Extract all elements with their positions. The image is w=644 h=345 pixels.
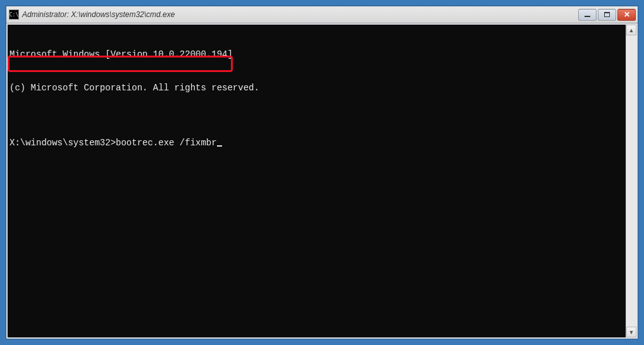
command-input[interactable]: bootrec.exe /fixmbr <box>116 138 217 148</box>
minimize-button[interactable] <box>578 9 597 21</box>
terminal-output[interactable]: Microsoft Windows [Version 10.0.22000.19… <box>8 25 626 337</box>
chevron-up-icon: ▲ <box>629 27 635 33</box>
window-controls: ✕ <box>578 9 636 21</box>
close-button[interactable]: ✕ <box>617 9 636 21</box>
prompt-text: X:\windows\system32> <box>9 138 116 148</box>
cmd-icon: C:\ <box>9 9 19 20</box>
client-area: Microsoft Windows [Version 10.0.22000.19… <box>6 23 638 339</box>
cursor <box>217 145 222 147</box>
vertical-scrollbar[interactable]: ▲ ▼ <box>626 25 636 337</box>
scrollbar-track[interactable] <box>626 35 636 327</box>
maximize-icon <box>604 12 610 17</box>
scroll-down-button[interactable]: ▼ <box>626 327 636 337</box>
window-title: Administrator: X:\windows\system32\cmd.e… <box>22 10 578 19</box>
close-icon: ✕ <box>624 11 630 18</box>
minimize-icon <box>585 16 590 17</box>
prompt-line[interactable]: X:\windows\system32>bootrec.exe /fixmbr <box>9 138 624 149</box>
version-line: Microsoft Windows [Version 10.0.22000.19… <box>9 49 624 61</box>
scroll-up-button[interactable]: ▲ <box>626 25 636 35</box>
copyright-line: (c) Microsoft Corporation. All rights re… <box>9 83 624 94</box>
chevron-down-icon: ▼ <box>629 329 635 336</box>
titlebar[interactable]: C:\ Administrator: X:\windows\system32\c… <box>6 6 638 23</box>
cmd-window: C:\ Administrator: X:\windows\system32\c… <box>6 6 638 339</box>
maximize-button[interactable] <box>598 9 616 21</box>
